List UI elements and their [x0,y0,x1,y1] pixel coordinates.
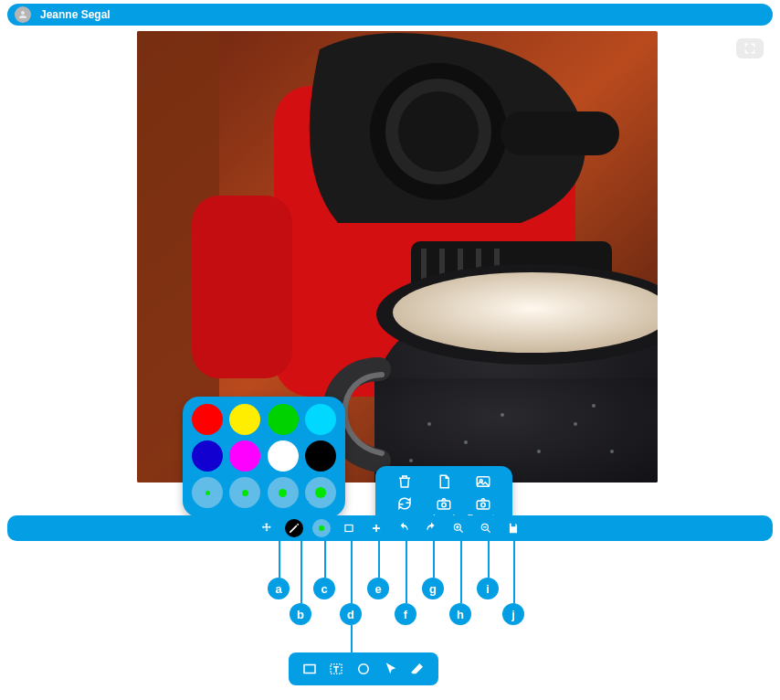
color-palette-popup [183,397,345,517]
connector-line [513,541,515,603]
move-icon [260,522,273,535]
label-c: c [313,578,335,599]
avatar[interactable] [15,6,31,23]
palette-dot-icon [319,525,324,531]
label-d: d [340,603,362,625]
plus-icon [370,522,383,535]
connector-line [378,503,380,515]
user-name: Jeanne Segal [40,8,111,21]
label-b: b [290,603,311,625]
rectangle-icon [301,661,318,677]
svg-point-6 [398,91,479,172]
main-toolbar [7,515,773,541]
label-a: a [268,578,290,599]
label-e: e [367,578,389,599]
connector-line [351,625,353,652]
eraser-icon [409,661,426,677]
color-swatch-blue[interactable] [192,440,223,472]
pencil-icon [288,522,300,535]
brush-size-lg[interactable] [305,477,336,508]
redo-button[interactable] [422,519,440,537]
undo-button[interactable] [395,519,413,537]
palette-tool[interactable] [312,519,331,537]
svg-point-16 [427,422,431,426]
user-icon [17,9,28,20]
connector-line [351,541,353,603]
shape-tool[interactable] [340,519,358,537]
shapes-toolbar [289,652,438,685]
fullscreen-button[interactable] [736,38,764,58]
label-g: g [422,578,444,599]
connector-line [488,541,490,578]
save-button[interactable] [504,519,522,537]
svg-point-30 [442,503,447,507]
brush-size-md[interactable] [268,477,299,508]
label-j: j [502,603,524,625]
zoom-in-button[interactable] [449,519,468,537]
color-swatch-black[interactable] [305,440,336,472]
svg-point-20 [574,422,577,426]
label-h: h [449,603,471,625]
brush-size-sm[interactable] [229,477,260,508]
color-swatch-cyan[interactable] [305,404,336,435]
connector-line [460,541,462,603]
refresh-icon [396,495,413,512]
header-bar: Jeanne Segal [7,4,773,26]
label-f: f [395,603,416,625]
connector-line [378,541,380,578]
svg-point-32 [481,503,486,507]
connector-line [300,541,302,603]
zoom-in-icon [452,522,465,535]
save-icon [507,522,520,535]
svg-point-38 [359,664,369,674]
trash-icon [396,473,413,490]
circle-shape-button[interactable] [353,659,374,679]
redo-icon [425,522,437,535]
svg-point-21 [610,450,614,453]
brush-size-xs[interactable] [192,477,223,508]
color-swatch-magenta[interactable] [229,440,260,472]
svg-rect-36 [304,665,315,673]
svg-rect-3 [192,196,292,378]
color-swatch-red[interactable] [192,404,223,435]
connector-line [307,501,309,516]
color-swatch-yellow[interactable] [229,404,260,435]
draw-tool[interactable] [285,519,303,537]
color-swatch-green[interactable] [268,404,299,435]
svg-rect-7 [501,111,619,155]
color-swatch-white[interactable] [268,440,299,472]
connector-line [324,541,326,578]
pointer-shape-button[interactable] [381,659,401,679]
zoom-out-icon [480,522,492,535]
clear-button[interactable] [386,473,423,490]
rectangle-shape-button[interactable] [300,659,320,679]
camera-icon [436,495,452,512]
file-icon [436,473,452,490]
svg-point-26 [393,272,658,353]
svg-point-22 [409,459,413,462]
fullscreen-icon [743,42,757,55]
undo-icon [397,522,410,535]
svg-rect-29 [437,501,450,509]
new-file-button[interactable] [426,473,462,490]
add-content-tool[interactable] [367,519,385,537]
svg-point-17 [464,440,468,444]
zoom-out-button[interactable] [477,519,495,537]
text-shape-button[interactable] [326,659,346,679]
rectangle-icon [343,522,355,535]
svg-point-18 [501,413,504,417]
svg-point-19 [537,450,541,453]
move-tool[interactable] [258,519,276,537]
connector-line [406,541,407,603]
connector-line [433,541,435,578]
label-i: i [477,578,499,599]
svg-point-24 [592,404,596,408]
pointer-icon [383,661,399,677]
circle-icon [355,661,372,677]
text-icon [328,661,344,677]
open-image-button[interactable] [465,473,501,490]
svg-rect-33 [345,525,353,532]
eraser-shape-button[interactable] [407,659,427,679]
canvas-area: Local Remote [7,29,773,514]
svg-rect-31 [478,501,490,509]
